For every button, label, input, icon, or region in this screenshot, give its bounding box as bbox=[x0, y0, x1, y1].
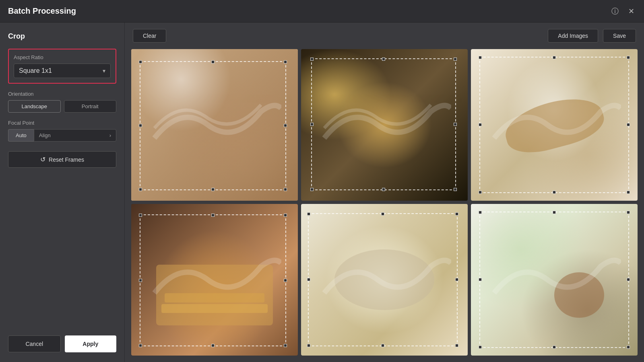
orientation-buttons: Landscape Portrait bbox=[8, 100, 116, 113]
focal-point-section: Focal Point Auto Align › bbox=[8, 120, 116, 142]
orientation-section: Orientation Landscape Portrait bbox=[8, 91, 116, 113]
aspect-ratio-chevron: ▾ bbox=[103, 68, 105, 74]
save-button[interactable]: Save bbox=[603, 29, 636, 43]
clear-button[interactable]: Clear bbox=[133, 29, 166, 43]
focal-buttons: Auto Align › bbox=[8, 129, 116, 142]
bottom-actions: Cancel Apply bbox=[8, 335, 116, 352]
image-cell-1[interactable] bbox=[131, 49, 298, 201]
cancel-button[interactable]: Cancel bbox=[8, 335, 61, 352]
images-grid bbox=[125, 49, 644, 362]
focal-auto-button[interactable]: Auto bbox=[8, 129, 34, 142]
image-cell-5[interactable] bbox=[301, 204, 468, 356]
title-bar: Batch Processing ⓘ ✕ bbox=[0, 0, 644, 23]
focal-point-label: Focal Point bbox=[8, 120, 116, 126]
app-window: Batch Processing ⓘ ✕ Crop Aspect Ratio S… bbox=[0, 0, 644, 362]
window-title: Batch Processing bbox=[8, 6, 76, 16]
reset-frames-button[interactable]: ↺ Reset Frames bbox=[8, 151, 116, 168]
info-icon[interactable]: ⓘ bbox=[610, 6, 620, 16]
landscape-button[interactable]: Landscape bbox=[8, 100, 61, 113]
aspect-ratio-select[interactable]: Square 1x1 ▾ bbox=[14, 64, 111, 78]
image-cell-4[interactable] bbox=[131, 204, 298, 356]
image-cell-6[interactable] bbox=[471, 204, 638, 356]
toolbar: Clear Add Images Save bbox=[125, 23, 644, 49]
portrait-button[interactable]: Portrait bbox=[64, 100, 117, 113]
right-panel: Clear Add Images Save bbox=[125, 23, 644, 362]
aspect-ratio-box: Aspect Ratio Square 1x1 ▾ bbox=[8, 49, 116, 84]
image-cell-2[interactable] bbox=[301, 49, 468, 201]
apply-button[interactable]: Apply bbox=[65, 335, 117, 352]
main-content: Crop Aspect Ratio Square 1x1 ▾ Orientati… bbox=[0, 23, 644, 362]
aspect-ratio-value: Square 1x1 bbox=[19, 67, 52, 74]
orientation-label: Orientation bbox=[8, 91, 116, 97]
focal-align-button[interactable]: Align › bbox=[34, 129, 116, 142]
title-bar-actions: ⓘ ✕ bbox=[610, 6, 636, 16]
add-images-button[interactable]: Add Images bbox=[548, 29, 598, 43]
reset-icon: ↺ bbox=[40, 156, 45, 163]
left-panel: Crop Aspect Ratio Square 1x1 ▾ Orientati… bbox=[0, 23, 125, 362]
aspect-ratio-label: Aspect Ratio bbox=[14, 54, 111, 60]
close-icon[interactable]: ✕ bbox=[626, 6, 636, 16]
crop-section-title: Crop bbox=[8, 32, 116, 41]
image-cell-3[interactable] bbox=[471, 49, 638, 201]
